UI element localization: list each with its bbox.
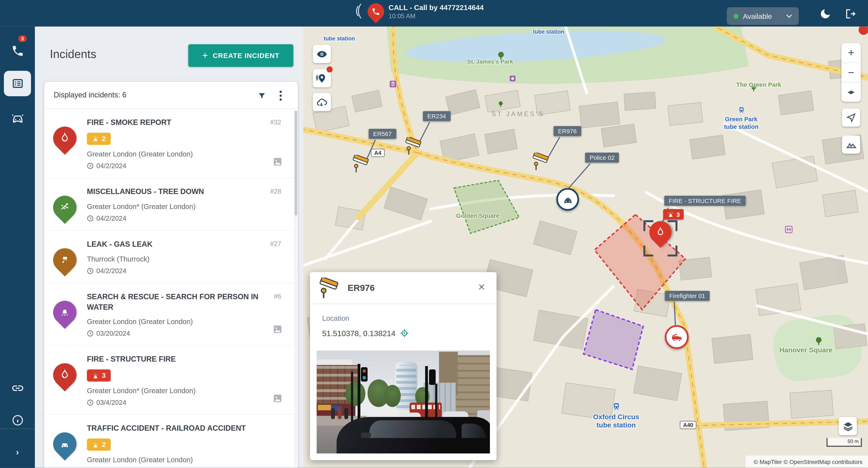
square-label: Golden Square xyxy=(456,212,499,219)
flame-icon xyxy=(655,227,666,238)
map-canvas[interactable]: ST JAMES'S St. James's Park The Green Pa… xyxy=(304,27,868,468)
locate-crosshair-icon[interactable] xyxy=(400,329,409,338)
map-attribution: © MapTiler © OpenStreetMap contributors xyxy=(746,456,868,468)
cctv-camera-marker[interactable] xyxy=(352,155,372,175)
incident-list-item[interactable]: TRAFFIC ACCIDENT - RAILROAD ACCIDENT2Gre… xyxy=(44,415,298,468)
map-unit-label[interactable]: Firefighter 01 xyxy=(665,291,710,301)
map-unit-label[interactable]: Police 02 xyxy=(585,153,619,163)
zoom-in-button[interactable]: + xyxy=(841,43,861,63)
status-dot xyxy=(734,13,739,19)
incidents-card: Displayed incidents: 6 FIRE - SMOKE REPO… xyxy=(44,82,298,468)
priority-badge: 2 xyxy=(87,133,111,145)
create-incident-button[interactable]: + CREATE INCIDENT xyxy=(188,44,293,67)
availability-dropdown[interactable]: Available xyxy=(727,7,799,25)
notification-dot xyxy=(327,66,333,73)
list-scrollbar[interactable] xyxy=(294,110,297,467)
road-shield: A4 xyxy=(371,149,385,157)
incident-list-item[interactable]: LEAK - GAS LEAK#27Thurrock (Thurrock)04/… xyxy=(44,231,298,283)
call-notification[interactable]: CALL - Call by 44772214644 10:05 AM xyxy=(355,1,484,21)
layers-button[interactable] xyxy=(839,417,857,435)
incident-pin-icon xyxy=(48,428,81,461)
incident-location: Greater London (Greater London) xyxy=(87,456,281,464)
map-unit-label[interactable]: ER234 xyxy=(423,111,451,121)
firefighter-unit-marker[interactable] xyxy=(665,325,688,349)
app-frame: CALL - Call by 44772214644 10:05 AM Avai… xyxy=(0,0,868,468)
police-car-icon xyxy=(561,193,574,205)
map-unit-label[interactable]: ER567 xyxy=(369,129,396,139)
sidebar-item-incidents-active[interactable] xyxy=(4,71,31,96)
sidebar-item-vehicles[interactable] xyxy=(0,105,35,129)
sound-waves-icon xyxy=(355,1,363,21)
photo-attachment-icon xyxy=(273,157,282,169)
weather-layer-button[interactable] xyxy=(313,93,331,111)
cctv-camera-icon xyxy=(319,278,342,301)
map-unit-label[interactable]: ER976 xyxy=(554,126,581,136)
map-priority-badge: 3 xyxy=(663,209,684,220)
map-unit-label[interactable]: FIRE - STRUCTURE FIRE xyxy=(664,196,746,206)
incident-list-item[interactable]: FIRE - STRUCTURE FIRE3Greater London* (G… xyxy=(44,346,298,415)
compass-tilt-icon xyxy=(846,87,856,97)
district-label: ST JAMES'S xyxy=(492,110,545,117)
filter-button[interactable] xyxy=(254,89,269,103)
cloud-icon xyxy=(316,96,328,108)
more-options-button[interactable] xyxy=(275,89,287,103)
dark-mode-moon-icon[interactable] xyxy=(819,8,832,20)
incident-date: 04/2/2024 xyxy=(87,162,281,170)
zoom-controls: + − xyxy=(841,43,861,102)
call-pin-icon xyxy=(364,0,388,23)
incident-list-item[interactable]: FIRE - SMOKE REPORT#322Greater London (G… xyxy=(44,109,298,178)
incident-list-item[interactable]: MISCELLANEOUS - TREE DOWN#28Greater Lond… xyxy=(44,178,298,231)
sidebar-expand-button[interactable]: › xyxy=(0,440,35,465)
cctv-snapshot[interactable] xyxy=(316,351,490,454)
incident-pin-icon xyxy=(48,296,81,329)
visibility-toggle-button[interactable] xyxy=(313,45,331,63)
status-label: Available xyxy=(743,12,782,20)
left-sidebar: 3 › xyxy=(0,27,35,468)
sidebar-item-calls[interactable]: 3 xyxy=(0,39,35,63)
eye-icon xyxy=(316,48,328,60)
incident-pin-icon xyxy=(48,122,81,155)
coordinates-value: 51.510378, 0.138214 xyxy=(322,329,409,338)
tilt-compass-button[interactable] xyxy=(841,82,861,102)
close-icon[interactable]: × xyxy=(474,280,489,294)
incident-date: 03/20/2024 xyxy=(87,330,281,338)
park-label: St. James's Park xyxy=(467,58,513,65)
incident-date: 04/2/2024 xyxy=(87,214,281,222)
photo-attachment-icon xyxy=(273,325,282,337)
incident-title: LEAK - GAS LEAK xyxy=(87,239,270,250)
train-icon xyxy=(613,403,620,410)
zoom-out-button[interactable]: − xyxy=(841,63,861,82)
navigation-arrow-icon xyxy=(846,112,856,123)
incident-date: 03/4/2024 xyxy=(87,399,281,407)
terrain-button[interactable] xyxy=(842,136,860,154)
incident-id: #6 xyxy=(274,293,281,300)
tube-station-label: Green Park tube station xyxy=(721,107,761,131)
priority-badge: 3 xyxy=(87,370,111,382)
map-pin-icon xyxy=(316,72,328,84)
location-label: Location xyxy=(322,314,349,323)
train-icon xyxy=(738,107,744,113)
mountains-icon xyxy=(846,139,857,150)
logout-icon[interactable] xyxy=(843,8,856,20)
square-label: Hanover Square xyxy=(779,346,833,354)
sidebar-item-links[interactable] xyxy=(0,376,35,401)
locate-button[interactable] xyxy=(842,108,860,127)
top-bar: CALL - Call by 44772214644 10:05 AM Avai… xyxy=(0,0,868,27)
incident-location: Greater London (Greater London) xyxy=(87,318,281,326)
photo-attachment-icon xyxy=(273,394,282,406)
popup-title: ER976 xyxy=(347,283,375,293)
monument-poi-icon xyxy=(389,80,397,88)
incident-list-item[interactable]: SEARCH & RESCUE - SEARCH FOR PERSON IN W… xyxy=(44,283,298,346)
incident-id: #27 xyxy=(270,240,281,248)
tube-station-label: tube station xyxy=(320,35,359,42)
panel-title: Incidents xyxy=(50,47,96,61)
cctv-camera-marker[interactable] xyxy=(532,153,552,172)
incident-pin-icon xyxy=(48,359,81,392)
map-scale: 50 m xyxy=(827,438,862,447)
cctv-camera-marker[interactable] xyxy=(405,137,425,157)
police-unit-marker[interactable] xyxy=(556,188,579,211)
incident-location: Thurrock (Thurrock) xyxy=(87,255,281,263)
displayed-incidents-count: Displayed incidents: 6 xyxy=(54,91,126,99)
call-title: CALL - Call by 44772214644 xyxy=(389,3,484,11)
incident-title: TRAFFIC ACCIDENT - RAILROAD ACCIDENT xyxy=(87,424,281,434)
